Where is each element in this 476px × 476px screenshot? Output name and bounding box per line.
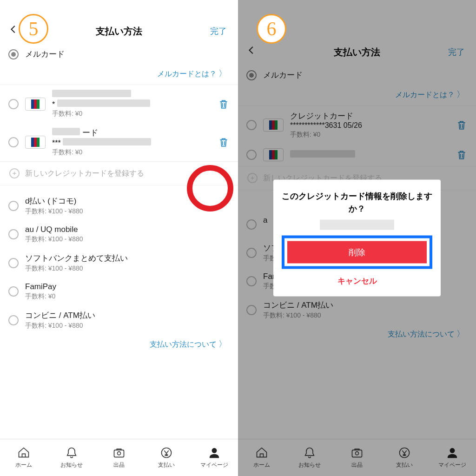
delete-card-button-1[interactable] [218,98,230,110]
done-button[interactable]: 完了 [210,26,227,37]
dialog-title: このクレジットカード情報を削除しますか？ [282,190,432,215]
dialog-card-mask [320,220,394,230]
option-softbank[interactable]: ソフトバンクまとめて支払い手数料: ¥100 - ¥880 [0,248,238,278]
radio-icon [8,201,19,211]
dialog-delete-button[interactable]: 削除 [287,241,427,264]
option-au[interactable]: au / UQ mobile手数料: ¥100 - ¥880 [0,220,238,248]
card-fee: 手数料: ¥0 [52,148,211,157]
radio-icon [8,137,19,147]
tab-home[interactable]: ホーム [0,439,47,476]
add-card-button[interactable]: ＋ 新しいクレジットカードを登録する [0,161,238,185]
delete-confirm-dialog: このクレジットカード情報を削除しますか？ 削除 キャンセル [273,180,441,297]
svg-point-1 [118,452,121,455]
radio-icon [8,229,19,239]
radio-icon [8,258,19,268]
about-payment-link[interactable]: 支払い方法について〉 [0,335,238,355]
chevron-right-icon: 〉 [218,339,227,349]
card-option-1[interactable]: * 手数料: ¥0 [0,85,238,123]
radio-selected-icon [8,49,19,60]
delete-card-button-2[interactable] [218,136,230,148]
tab-bar: ホーム お知らせ 出品 支払い マイページ [0,439,238,476]
svg-point-3 [212,449,216,453]
plus-icon: ＋ [9,168,20,178]
radio-icon [8,99,19,109]
svg-rect-0 [114,450,124,457]
radio-icon [8,286,19,297]
payment-list: メルカード メルカードとは？〉 * 手数料: ¥0 ード *** [0,44,238,439]
option-famipay[interactable]: FamiPay手数料: ¥0 [0,278,238,305]
screen-step-6: 6 支払い方法 完了 メルカード メルカードとは？〉 クレジットカード ****… [238,0,476,476]
screen-step-5: 5 支払い方法 完了 メルカード メルカードとは？〉 * 手数料: ¥0 [0,0,238,476]
dialog-cancel-button[interactable]: キャンセル [282,272,432,290]
step-badge-5: 5 [19,14,48,44]
radio-icon [8,315,19,325]
step-badge-6: 6 [257,14,286,44]
card-option-2[interactable]: ード *** 手数料: ¥0 [0,123,238,161]
option-conbini[interactable]: コンビニ / ATM払い手数料: ¥100 - ¥880 [0,305,238,335]
option-docomo[interactable]: d払い (ドコモ)手数料: ¥100 - ¥880 [0,191,238,220]
tab-pay[interactable]: 支払い [143,439,190,476]
tab-news[interactable]: お知らせ [47,439,95,476]
page-title: 支払い方法 [96,25,142,38]
card-fee: 手数料: ¥0 [52,110,211,118]
jcb-card-icon [25,98,46,111]
tab-sell[interactable]: 出品 [95,439,143,476]
option-mercard[interactable]: メルカード [0,44,238,64]
back-button[interactable] [8,23,19,38]
highlight-box-annotation: 削除 [282,236,432,269]
jcb-card-icon [25,136,46,149]
mercard-info-link[interactable]: メルカードとは？〉 [0,64,238,85]
tab-mypage[interactable]: マイページ [191,439,238,476]
chevron-right-icon: 〉 [218,69,227,78]
mercard-label: メルカード [25,49,230,60]
